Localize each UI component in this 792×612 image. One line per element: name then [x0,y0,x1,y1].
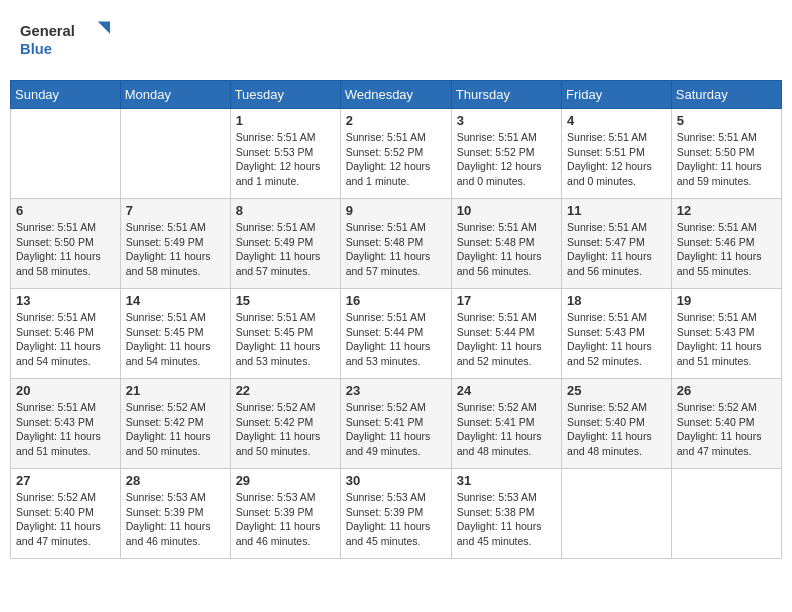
weekday-header-wednesday: Wednesday [340,81,451,109]
day-number: 27 [16,473,115,488]
logo: General Blue [20,15,110,65]
day-number: 15 [236,293,335,308]
day-cell: 23Sunrise: 5:52 AM Sunset: 5:41 PM Dayli… [340,379,451,469]
day-cell: 4Sunrise: 5:51 AM Sunset: 5:51 PM Daylig… [562,109,672,199]
day-cell [562,469,672,559]
day-info: Sunrise: 5:51 AM Sunset: 5:46 PM Dayligh… [16,310,115,369]
page-header: General Blue [10,10,782,70]
day-cell: 13Sunrise: 5:51 AM Sunset: 5:46 PM Dayli… [11,289,121,379]
day-info: Sunrise: 5:51 AM Sunset: 5:43 PM Dayligh… [677,310,776,369]
day-number: 21 [126,383,225,398]
day-cell: 3Sunrise: 5:51 AM Sunset: 5:52 PM Daylig… [451,109,561,199]
day-cell: 14Sunrise: 5:51 AM Sunset: 5:45 PM Dayli… [120,289,230,379]
day-number: 19 [677,293,776,308]
day-number: 11 [567,203,666,218]
day-cell [120,109,230,199]
day-cell: 21Sunrise: 5:52 AM Sunset: 5:42 PM Dayli… [120,379,230,469]
logo-svg: General Blue [20,15,110,65]
day-cell: 2Sunrise: 5:51 AM Sunset: 5:52 PM Daylig… [340,109,451,199]
day-cell [11,109,121,199]
day-number: 6 [16,203,115,218]
day-cell: 16Sunrise: 5:51 AM Sunset: 5:44 PM Dayli… [340,289,451,379]
day-cell: 6Sunrise: 5:51 AM Sunset: 5:50 PM Daylig… [11,199,121,289]
day-number: 8 [236,203,335,218]
day-info: Sunrise: 5:52 AM Sunset: 5:40 PM Dayligh… [677,400,776,459]
day-cell: 8Sunrise: 5:51 AM Sunset: 5:49 PM Daylig… [230,199,340,289]
day-info: Sunrise: 5:51 AM Sunset: 5:44 PM Dayligh… [457,310,556,369]
svg-marker-1 [98,22,110,34]
day-number: 14 [126,293,225,308]
day-info: Sunrise: 5:51 AM Sunset: 5:45 PM Dayligh… [236,310,335,369]
day-info: Sunrise: 5:52 AM Sunset: 5:42 PM Dayligh… [236,400,335,459]
day-cell: 17Sunrise: 5:51 AM Sunset: 5:44 PM Dayli… [451,289,561,379]
day-info: Sunrise: 5:51 AM Sunset: 5:51 PM Dayligh… [567,130,666,189]
day-number: 10 [457,203,556,218]
week-row-3: 13Sunrise: 5:51 AM Sunset: 5:46 PM Dayli… [11,289,782,379]
svg-text:Blue: Blue [20,41,52,57]
day-info: Sunrise: 5:51 AM Sunset: 5:50 PM Dayligh… [677,130,776,189]
day-info: Sunrise: 5:53 AM Sunset: 5:39 PM Dayligh… [126,490,225,549]
day-info: Sunrise: 5:51 AM Sunset: 5:46 PM Dayligh… [677,220,776,279]
day-number: 22 [236,383,335,398]
week-row-5: 27Sunrise: 5:52 AM Sunset: 5:40 PM Dayli… [11,469,782,559]
day-info: Sunrise: 5:53 AM Sunset: 5:38 PM Dayligh… [457,490,556,549]
day-cell: 28Sunrise: 5:53 AM Sunset: 5:39 PM Dayli… [120,469,230,559]
day-cell [671,469,781,559]
day-info: Sunrise: 5:53 AM Sunset: 5:39 PM Dayligh… [346,490,446,549]
day-cell: 24Sunrise: 5:52 AM Sunset: 5:41 PM Dayli… [451,379,561,469]
weekday-header-thursday: Thursday [451,81,561,109]
day-cell: 25Sunrise: 5:52 AM Sunset: 5:40 PM Dayli… [562,379,672,469]
day-number: 25 [567,383,666,398]
day-number: 18 [567,293,666,308]
weekday-header-saturday: Saturday [671,81,781,109]
day-number: 12 [677,203,776,218]
day-cell: 1Sunrise: 5:51 AM Sunset: 5:53 PM Daylig… [230,109,340,199]
day-number: 2 [346,113,446,128]
day-cell: 27Sunrise: 5:52 AM Sunset: 5:40 PM Dayli… [11,469,121,559]
day-number: 26 [677,383,776,398]
day-number: 29 [236,473,335,488]
day-number: 17 [457,293,556,308]
day-cell: 19Sunrise: 5:51 AM Sunset: 5:43 PM Dayli… [671,289,781,379]
day-cell: 12Sunrise: 5:51 AM Sunset: 5:46 PM Dayli… [671,199,781,289]
week-row-2: 6Sunrise: 5:51 AM Sunset: 5:50 PM Daylig… [11,199,782,289]
day-cell: 5Sunrise: 5:51 AM Sunset: 5:50 PM Daylig… [671,109,781,199]
day-info: Sunrise: 5:51 AM Sunset: 5:49 PM Dayligh… [236,220,335,279]
weekday-header-sunday: Sunday [11,81,121,109]
day-info: Sunrise: 5:51 AM Sunset: 5:53 PM Dayligh… [236,130,335,189]
day-number: 3 [457,113,556,128]
day-info: Sunrise: 5:51 AM Sunset: 5:52 PM Dayligh… [346,130,446,189]
day-cell: 26Sunrise: 5:52 AM Sunset: 5:40 PM Dayli… [671,379,781,469]
day-number: 5 [677,113,776,128]
day-cell: 22Sunrise: 5:52 AM Sunset: 5:42 PM Dayli… [230,379,340,469]
day-info: Sunrise: 5:51 AM Sunset: 5:43 PM Dayligh… [567,310,666,369]
day-number: 23 [346,383,446,398]
day-number: 16 [346,293,446,308]
day-number: 4 [567,113,666,128]
day-cell: 9Sunrise: 5:51 AM Sunset: 5:48 PM Daylig… [340,199,451,289]
day-info: Sunrise: 5:51 AM Sunset: 5:43 PM Dayligh… [16,400,115,459]
day-cell: 18Sunrise: 5:51 AM Sunset: 5:43 PM Dayli… [562,289,672,379]
day-info: Sunrise: 5:52 AM Sunset: 5:40 PM Dayligh… [16,490,115,549]
day-info: Sunrise: 5:52 AM Sunset: 5:42 PM Dayligh… [126,400,225,459]
day-cell: 20Sunrise: 5:51 AM Sunset: 5:43 PM Dayli… [11,379,121,469]
calendar-table: SundayMondayTuesdayWednesdayThursdayFrid… [10,80,782,559]
day-info: Sunrise: 5:52 AM Sunset: 5:41 PM Dayligh… [457,400,556,459]
day-number: 1 [236,113,335,128]
weekday-header-tuesday: Tuesday [230,81,340,109]
day-info: Sunrise: 5:51 AM Sunset: 5:44 PM Dayligh… [346,310,446,369]
svg-text:General: General [20,23,75,39]
day-cell: 31Sunrise: 5:53 AM Sunset: 5:38 PM Dayli… [451,469,561,559]
day-number: 9 [346,203,446,218]
day-number: 28 [126,473,225,488]
day-info: Sunrise: 5:52 AM Sunset: 5:41 PM Dayligh… [346,400,446,459]
day-cell: 11Sunrise: 5:51 AM Sunset: 5:47 PM Dayli… [562,199,672,289]
day-info: Sunrise: 5:51 AM Sunset: 5:48 PM Dayligh… [346,220,446,279]
weekday-header-monday: Monday [120,81,230,109]
day-number: 31 [457,473,556,488]
week-row-1: 1Sunrise: 5:51 AM Sunset: 5:53 PM Daylig… [11,109,782,199]
day-info: Sunrise: 5:53 AM Sunset: 5:39 PM Dayligh… [236,490,335,549]
day-info: Sunrise: 5:51 AM Sunset: 5:49 PM Dayligh… [126,220,225,279]
day-info: Sunrise: 5:51 AM Sunset: 5:52 PM Dayligh… [457,130,556,189]
day-info: Sunrise: 5:51 AM Sunset: 5:48 PM Dayligh… [457,220,556,279]
